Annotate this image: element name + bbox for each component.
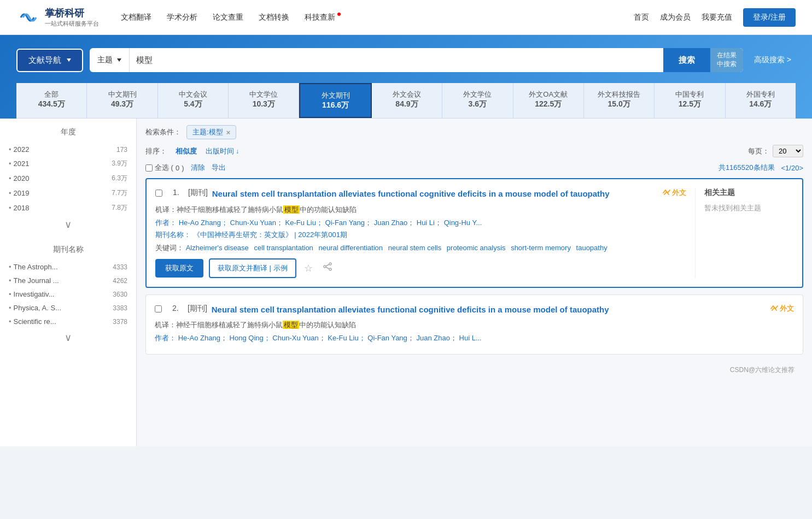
- card-checkbox-col-2: [155, 304, 168, 314]
- author-link-1-3[interactable]: Qi-Fan Yang: [325, 219, 365, 227]
- author-link-2-3[interactable]: Ke-Fu Liu: [328, 334, 358, 342]
- nav-item-check[interactable]: 论文查重: [213, 13, 243, 22]
- year-filter-section: 年度 202217320213.9万20206.3万20197.7万20187.…: [9, 127, 127, 234]
- nav-item-translate[interactable]: 文档翻译: [121, 13, 151, 22]
- get-original-btn-1[interactable]: 获取原文: [155, 259, 203, 278]
- journal-section-title: 期刊名称: [9, 245, 127, 255]
- card-with-aside: 1. [期刊] Neural stem cell transplantation…: [155, 188, 793, 278]
- year-item-2018[interactable]: 20187.8万: [9, 200, 127, 215]
- get-translate-btn-1[interactable]: 获取原文并翻译 | 示例: [209, 258, 296, 278]
- per-page-control: 每页： 20 50 100: [748, 145, 803, 157]
- cat-tab-中文期刊[interactable]: 中文期刊49.3万: [87, 83, 157, 118]
- year-item-2019[interactable]: 20197.7万: [9, 186, 127, 200]
- select-all-checkbox[interactable]: [145, 164, 153, 172]
- nav-menu: 文档翻译 学术分析 论文查重 文档转换 科技查新: [121, 13, 634, 22]
- login-button[interactable]: 登录/注册: [743, 8, 796, 27]
- nav-item-convert[interactable]: 文档转换: [259, 13, 289, 22]
- cat-tab-中文会议[interactable]: 中文会议5.4万: [158, 83, 229, 118]
- related-topics-empty: 暂未找到相关主题: [704, 203, 793, 213]
- author-link-1-6[interactable]: Qing-Hu Y...: [444, 219, 482, 227]
- journal-item-1[interactable]: The Journal ...4262: [9, 274, 127, 287]
- search-in-result-button[interactable]: 在结果 中搜索: [710, 48, 743, 72]
- cat-tab-外文学位[interactable]: 外文学位3.6万: [442, 83, 513, 118]
- keyword-1-3[interactable]: neural stem cells: [388, 244, 442, 252]
- recharge-link[interactable]: 我要充值: [702, 13, 732, 22]
- keyword-1-1[interactable]: cell transplantation: [254, 244, 313, 252]
- member-link[interactable]: 成为会员: [660, 13, 691, 22]
- search-box: 主题 搜索 在结果 中搜索: [90, 48, 743, 72]
- home-link[interactable]: 首页: [634, 13, 649, 22]
- search-input[interactable]: [130, 56, 663, 65]
- bookmark-btn-1[interactable]: ☆: [302, 260, 315, 276]
- nav-item-tech[interactable]: 科技查新: [305, 13, 341, 22]
- cat-tab-外国专利[interactable]: 外国专利14.6万: [726, 83, 796, 118]
- journal-link-1[interactable]: 《中国神经再生研究：英文版》: [193, 231, 293, 239]
- sort-similarity[interactable]: 相似度: [176, 146, 197, 156]
- content-area: 检索条件： 主题:模型 × 排序： 相似度 出版时间 ↓ 每页： 20 50 1…: [137, 119, 812, 446]
- author-link-1-5[interactable]: Hui Li: [417, 219, 435, 227]
- result-title-2[interactable]: Neural stem cell transplantation allevia…: [212, 304, 766, 316]
- journal-item-0[interactable]: The Astroph...4333: [9, 260, 127, 274]
- card-checkbox-1[interactable]: [155, 190, 162, 197]
- author-link-1-1[interactable]: Chun-Xu Yuan: [230, 219, 276, 227]
- cat-tab-中国专利[interactable]: 中国专利12.5万: [655, 83, 725, 118]
- per-page-select[interactable]: 20 50 100: [773, 145, 803, 157]
- card-checkbox-col-1: [155, 188, 168, 198]
- search-banner: 文献导航 主题 搜索 在结果 中搜索 高级搜索 > 全部434.5万中文期刊49…: [0, 35, 812, 119]
- author-link-2-2[interactable]: Chun-Xu Yuan: [272, 334, 318, 342]
- waiwen-logo-icon: [662, 188, 671, 197]
- keyword-1-4[interactable]: proteomic analysis: [447, 244, 506, 252]
- author-link-2-0[interactable]: He-Ao Zhang: [178, 334, 220, 342]
- footer-note: CSDN@六维论文推荐: [145, 361, 803, 379]
- journal-item-3[interactable]: Physica, A. S...3383: [9, 301, 127, 315]
- keyword-1-5[interactable]: short-term memory: [511, 244, 571, 252]
- cat-tab-中文学位[interactable]: 中文学位10.3万: [229, 83, 299, 118]
- result-card-2: 2. [期刊] Neural stem cell transplantation…: [145, 294, 803, 355]
- card-checkbox-2[interactable]: [155, 305, 162, 312]
- journal-show-more[interactable]: ∨: [9, 328, 127, 347]
- topic-selector[interactable]: 主题: [90, 48, 130, 72]
- author-link-1-0[interactable]: He-Ao Zhang: [179, 219, 221, 227]
- author-link-2-6[interactable]: Hui L...: [459, 334, 482, 342]
- year-item-2020[interactable]: 20206.3万: [9, 171, 127, 186]
- action-row-1: 获取原文 获取原文并翻译 | 示例 ☆: [155, 258, 686, 278]
- cat-tab-外文OA文献[interactable]: 外文OA文献122.5万: [513, 83, 584, 118]
- clear-selection-link[interactable]: 清除: [191, 163, 205, 173]
- author-link-1-4[interactable]: Juan Zhao: [374, 219, 407, 227]
- sort-publish-date[interactable]: 出版时间 ↓: [206, 146, 239, 156]
- author-link-2-5[interactable]: Juan Zhao: [416, 334, 449, 342]
- nav-dropdown-button[interactable]: 文献导航: [16, 49, 83, 72]
- cat-tab-外文期刊[interactable]: 外文期刊116.6万: [299, 83, 371, 118]
- cat-tab-外文科技报告[interactable]: 外文科技报告15.0万: [584, 83, 655, 118]
- keyword-1-2[interactable]: neural differentiation: [318, 244, 383, 252]
- result-title-1[interactable]: Neural stem cell transplantation allevia…: [212, 188, 658, 200]
- year-show-more[interactable]: ∨: [9, 215, 127, 234]
- year-item-2021[interactable]: 20213.9万: [9, 156, 127, 171]
- logo-icon: [16, 8, 40, 27]
- keyword-1-6[interactable]: tauopathy: [576, 244, 607, 252]
- main-content: 年度 202217320213.9万20206.3万20197.7万20187.…: [0, 119, 812, 446]
- share-btn-1[interactable]: [320, 260, 335, 276]
- journal-item-2[interactable]: Investigativ...3630: [9, 287, 127, 301]
- cat-tab-外文会议[interactable]: 外文会议84.9万: [372, 83, 442, 118]
- keyword-1-0[interactable]: Alzheimer's disease: [186, 244, 249, 252]
- filter-tag[interactable]: 主题:模型 ×: [186, 125, 236, 139]
- author-link-2-1[interactable]: Hong Qing: [230, 334, 264, 342]
- author-link-1-2[interactable]: Ke-Fu Liu: [285, 219, 316, 227]
- cat-tab-全部[interactable]: 全部434.5万: [16, 83, 87, 118]
- search-button[interactable]: 搜索: [663, 48, 710, 72]
- svg-point-1: [324, 266, 326, 268]
- select-all-label[interactable]: 全选 (0): [145, 163, 184, 173]
- logo-area: 掌桥科研 一站式科研服务平台: [16, 7, 99, 28]
- result-type-2: [期刊]: [188, 304, 207, 314]
- filter-tag-close[interactable]: ×: [226, 128, 231, 137]
- advanced-search-link[interactable]: 高级搜索 >: [750, 55, 796, 65]
- page-navigation[interactable]: <1/20>: [781, 164, 804, 172]
- svg-line-3: [326, 264, 329, 266]
- export-link[interactable]: 导出: [212, 163, 226, 173]
- year-item-2022[interactable]: 2022173: [9, 143, 127, 156]
- nav-item-analysis[interactable]: 学术分析: [167, 13, 197, 22]
- journal-item-4[interactable]: Scientific re...3378: [9, 315, 127, 328]
- author-link-2-4[interactable]: Qi-Fan Yang: [367, 334, 407, 342]
- journal-filter-section: 期刊名称 The Astroph...4333The Journal ...42…: [9, 245, 127, 347]
